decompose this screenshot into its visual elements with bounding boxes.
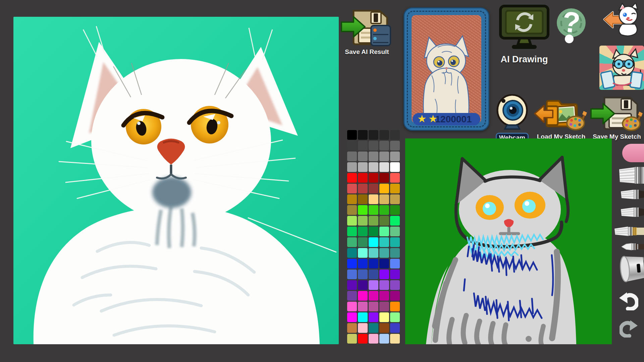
- palette-swatch[interactable]: [347, 269, 357, 279]
- palette-swatch[interactable]: [390, 162, 400, 172]
- palette-swatch[interactable]: [358, 216, 368, 226]
- help-button[interactable]: ?: [554, 3, 588, 46]
- palette-swatch[interactable]: [358, 141, 368, 150]
- palette-swatch[interactable]: [347, 323, 357, 333]
- palette-swatch[interactable]: [379, 173, 389, 183]
- palette-swatch[interactable]: [390, 141, 400, 150]
- palette-swatch[interactable]: [358, 312, 368, 322]
- palette-swatch[interactable]: [379, 162, 389, 172]
- palette-swatch[interactable]: [379, 302, 389, 311]
- palette-swatch[interactable]: [358, 184, 368, 193]
- palette-swatch[interactable]: [390, 237, 400, 247]
- palette-swatch[interactable]: [390, 248, 400, 258]
- palette-swatch[interactable]: [369, 312, 378, 322]
- palette-swatch[interactable]: [347, 334, 357, 344]
- palette-swatch[interactable]: [358, 302, 368, 311]
- palette-swatch[interactable]: [358, 280, 368, 290]
- palette-swatch[interactable]: [347, 152, 357, 161]
- palette-swatch[interactable]: [379, 152, 389, 161]
- palette-swatch[interactable]: [379, 194, 389, 204]
- palette-swatch[interactable]: [347, 312, 357, 322]
- palette-swatch[interactable]: [369, 302, 378, 311]
- palette-swatch[interactable]: [369, 130, 378, 140]
- palette-swatch[interactable]: [347, 141, 357, 150]
- palette-swatch[interactable]: [390, 130, 400, 140]
- webcam-button[interactable]: Webcam: [495, 94, 530, 143]
- palette-swatch[interactable]: [369, 334, 378, 344]
- palette-swatch[interactable]: [347, 205, 357, 215]
- brush-detail-tool[interactable]: [622, 242, 644, 252]
- palette-swatch[interactable]: [358, 248, 368, 258]
- palette-swatch[interactable]: [390, 323, 400, 333]
- palette-swatch[interactable]: [347, 248, 357, 258]
- palette-swatch[interactable]: [379, 130, 389, 140]
- palette-swatch[interactable]: [347, 280, 357, 290]
- palette-swatch[interactable]: [390, 269, 400, 279]
- palette-swatch[interactable]: [379, 291, 389, 301]
- goggles-cat-sticker[interactable]: [599, 46, 644, 90]
- brush-wide-tool[interactable]: [619, 167, 644, 185]
- palette-swatch[interactable]: [379, 248, 389, 258]
- palette-swatch[interactable]: [379, 280, 389, 290]
- palette-swatch[interactable]: [358, 291, 368, 301]
- reference-card[interactable]: ★ ★ 1200001: [404, 7, 489, 131]
- palette-swatch[interactable]: [379, 184, 389, 193]
- palette-swatch[interactable]: [390, 302, 400, 311]
- palette-swatch[interactable]: [347, 130, 357, 140]
- palette-swatch[interactable]: [358, 259, 368, 268]
- redo-button[interactable]: [620, 320, 638, 339]
- save-my-sketch-button[interactable]: Save My Sketch: [590, 96, 644, 140]
- palette-swatch[interactable]: [390, 173, 400, 183]
- palette-swatch[interactable]: [390, 227, 400, 236]
- eraser-tool[interactable]: [622, 144, 644, 162]
- palette-swatch[interactable]: [379, 312, 389, 322]
- palette-swatch[interactable]: [358, 269, 368, 279]
- palette-swatch[interactable]: [379, 216, 389, 226]
- palette-swatch[interactable]: [369, 162, 378, 172]
- brush-flat-medium-tool[interactable]: [621, 189, 644, 201]
- palette-swatch[interactable]: [369, 248, 378, 258]
- palette-swatch[interactable]: [358, 162, 368, 172]
- palette-swatch[interactable]: [369, 291, 378, 301]
- palette-swatch[interactable]: [358, 194, 368, 204]
- palette-swatch[interactable]: [347, 259, 357, 268]
- palette-swatch[interactable]: [347, 291, 357, 301]
- palette-swatch[interactable]: [358, 237, 368, 247]
- palette-swatch[interactable]: [390, 184, 400, 193]
- palette-swatch[interactable]: [347, 302, 357, 311]
- palette-swatch[interactable]: [379, 269, 389, 279]
- palette-swatch[interactable]: [369, 216, 378, 226]
- palette-swatch[interactable]: [369, 205, 378, 215]
- palette-swatch[interactable]: [390, 312, 400, 322]
- palette-swatch[interactable]: [369, 269, 378, 279]
- palette-swatch[interactable]: [369, 227, 378, 236]
- spray-can-tool[interactable]: [620, 254, 644, 285]
- palette-swatch[interactable]: [369, 259, 378, 268]
- palette-swatch[interactable]: [347, 227, 357, 236]
- palette-swatch[interactable]: [390, 205, 400, 215]
- palette-swatch[interactable]: [390, 334, 400, 344]
- save-ai-result-button[interactable]: Save AI Result: [340, 9, 394, 56]
- palette-swatch[interactable]: [390, 259, 400, 268]
- palette-swatch[interactable]: [347, 162, 357, 172]
- palette-swatch[interactable]: [358, 323, 368, 333]
- palette-swatch[interactable]: [369, 237, 378, 247]
- ai-drawing-button[interactable]: AI Drawing: [498, 5, 550, 65]
- palette-swatch[interactable]: [369, 323, 378, 333]
- palette-swatch[interactable]: [379, 237, 389, 247]
- palette-swatch[interactable]: [369, 280, 378, 290]
- palette-swatch[interactable]: [358, 130, 368, 140]
- palette-swatch[interactable]: [347, 216, 357, 226]
- palette-swatch[interactable]: [358, 152, 368, 161]
- palette-swatch[interactable]: [390, 216, 400, 226]
- load-my-sketch-button[interactable]: Load My Sketch: [534, 96, 588, 140]
- palette-swatch[interactable]: [358, 205, 368, 215]
- back-cat-sticker[interactable]: [603, 3, 642, 38]
- palette-swatch[interactable]: [379, 259, 389, 268]
- palette-swatch[interactable]: [390, 194, 400, 204]
- palette-swatch[interactable]: [347, 194, 357, 204]
- palette-swatch[interactable]: [358, 173, 368, 183]
- palette-swatch[interactable]: [390, 291, 400, 301]
- palette-swatch[interactable]: [379, 227, 389, 236]
- brush-flat-small-tool[interactable]: [621, 207, 644, 219]
